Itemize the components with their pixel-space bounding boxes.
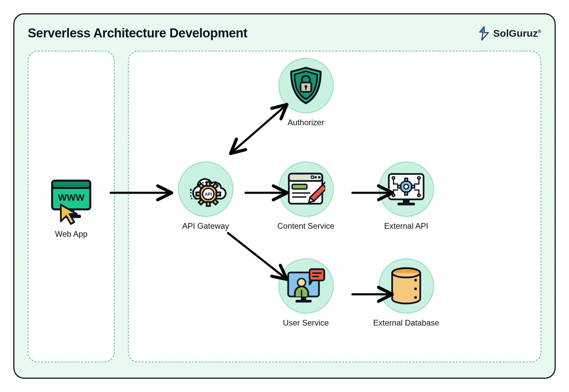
svg-rect-1	[52, 181, 90, 188]
node-webapp: WWW Web App	[46, 175, 96, 239]
svg-point-36	[392, 194, 395, 197]
svg-rect-39	[405, 178, 408, 181]
brand-trademark: ®	[538, 29, 541, 34]
svg-point-24	[318, 176, 320, 179]
svg-rect-46	[296, 300, 312, 303]
svg-rect-13	[216, 192, 220, 196]
www-monitor-icon: WWW	[46, 175, 96, 225]
page-title: Serverless Architecture Development	[28, 26, 247, 40]
svg-rect-42	[412, 185, 415, 188]
svg-rect-21	[289, 174, 322, 181]
node-content-service: Content Service	[272, 162, 339, 231]
svg-rect-41	[398, 185, 401, 188]
svg-rect-10	[207, 182, 210, 186]
svg-point-55	[414, 287, 417, 290]
svg-rect-8	[305, 86, 307, 90]
svg-rect-49	[310, 269, 324, 280]
panel-web-app: WWW Web App	[28, 51, 115, 362]
browser-edit-icon	[287, 172, 325, 207]
svg-rect-45	[301, 297, 306, 300]
svg-point-56	[414, 296, 417, 299]
brand-name: SolGuruz	[493, 28, 538, 39]
header: Serverless Architecture Development SolG…	[28, 26, 541, 41]
content-service-circle	[278, 162, 334, 217]
node-user-service: User Service	[272, 258, 339, 328]
svg-point-37	[418, 194, 420, 197]
panel-services: Authorizer	[128, 51, 541, 362]
external-database-circle	[379, 258, 434, 314]
user-service-circle	[278, 258, 334, 314]
node-api-gateway-label: API Gateway	[182, 221, 229, 231]
brand-mark-icon	[478, 26, 490, 41]
svg-rect-17	[199, 199, 204, 205]
database-cylinder-icon	[389, 267, 424, 305]
node-external-api: External API	[373, 162, 440, 231]
svg-point-47	[298, 278, 306, 286]
node-api-gateway: API API Gateway	[172, 162, 239, 231]
diagram-body: WWW Web App	[28, 51, 541, 362]
node-webapp-label: Web App	[55, 229, 88, 239]
svg-rect-40	[405, 192, 408, 195]
user-chat-monitor-icon	[286, 268, 326, 305]
circuit-gear-monitor-icon	[386, 171, 426, 207]
svg-rect-16	[213, 199, 218, 205]
svg-point-23	[314, 176, 317, 179]
diagram-outer-panel: Serverless Architecture Development SolG…	[13, 13, 556, 379]
node-external-database: External Database	[373, 258, 440, 328]
node-user-service-label: User Service	[283, 318, 329, 328]
node-external-database-label: External Database	[373, 318, 439, 328]
svg-point-54	[414, 279, 417, 281]
authorizer-circle	[278, 58, 334, 113]
svg-point-43	[404, 184, 409, 189]
node-external-api-label: External API	[384, 221, 428, 231]
shield-lock-icon	[289, 66, 324, 105]
node-authorizer-label: Authorizer	[288, 118, 324, 127]
node-authorizer: Authorizer	[272, 58, 339, 127]
svg-point-34	[392, 177, 395, 179]
svg-rect-26	[292, 184, 307, 189]
svg-point-35	[418, 177, 420, 179]
api-gateway-circle: API	[178, 162, 233, 217]
svg-rect-32	[403, 199, 410, 203]
node-content-service-label: Content Service	[277, 221, 335, 231]
external-api-circle	[379, 162, 434, 217]
svg-rect-33	[397, 203, 415, 205]
cloud-gear-api-icon: API	[185, 170, 227, 208]
svg-rect-11	[207, 202, 210, 206]
svg-text:WWW: WWW	[58, 192, 85, 203]
brand-logo: SolGuruz®	[478, 26, 541, 41]
svg-rect-12	[196, 192, 200, 196]
svg-text:API: API	[205, 192, 212, 197]
